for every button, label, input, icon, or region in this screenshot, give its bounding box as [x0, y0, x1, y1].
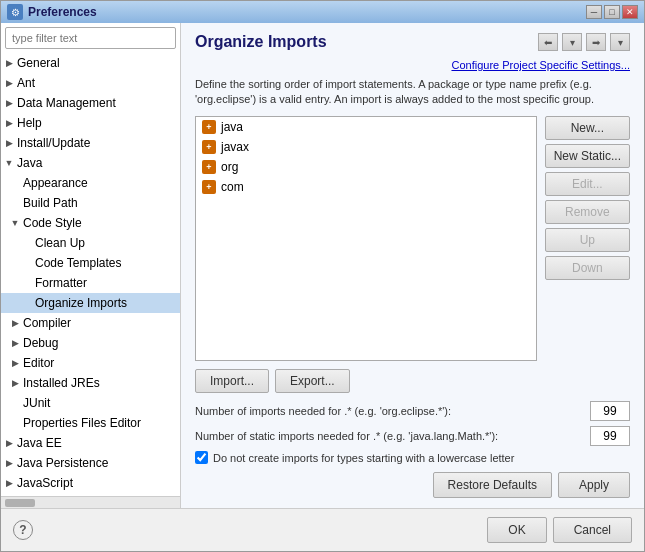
- title-bar: ⚙ Preferences ─ □ ✕: [1, 1, 644, 23]
- import-item-javax[interactable]: +javax: [196, 137, 536, 157]
- tree-arrow-junit: [9, 397, 21, 409]
- import-item-com[interactable]: +com: [196, 177, 536, 197]
- export-button[interactable]: Export...: [275, 369, 350, 393]
- ok-button[interactable]: OK: [487, 517, 546, 543]
- tree-arrow-java: [3, 157, 15, 169]
- tree-label-general: General: [15, 56, 60, 70]
- new-static-button[interactable]: New Static...: [545, 144, 630, 168]
- remove-button[interactable]: Remove: [545, 200, 630, 224]
- tree-arrow-java-persistence: [3, 457, 15, 469]
- import-button[interactable]: Import...: [195, 369, 269, 393]
- bottom-action-buttons: OK Cancel: [487, 517, 632, 543]
- apply-button[interactable]: Apply: [558, 472, 630, 498]
- tree-label-java-ee: Java EE: [15, 436, 62, 450]
- tree-item-java-persistence[interactable]: Java Persistence: [1, 453, 180, 473]
- right-panel: Organize Imports ⬅ ▾ ➡ ▾ Configure Proje…: [181, 23, 644, 508]
- minimize-button[interactable]: ─: [586, 5, 602, 19]
- tree-arrow-code-templates: [21, 257, 33, 269]
- cancel-button[interactable]: Cancel: [553, 517, 632, 543]
- header-icons: ⬅ ▾ ➡ ▾: [538, 33, 630, 51]
- forward-button[interactable]: ➡: [586, 33, 606, 51]
- tree-item-debug[interactable]: Debug: [1, 333, 180, 353]
- back-button[interactable]: ⬅: [538, 33, 558, 51]
- tree-item-general[interactable]: General: [1, 53, 180, 73]
- tree-arrow-data-management: [3, 97, 15, 109]
- import-icon-com: +: [202, 180, 216, 194]
- import-label-com: com: [221, 180, 244, 194]
- tree-arrow-help: [3, 117, 15, 129]
- maximize-button[interactable]: □: [604, 5, 620, 19]
- back-dropdown[interactable]: ▾: [562, 33, 582, 51]
- imports-needed-label: Number of imports needed for .* (e.g. 'o…: [195, 405, 590, 417]
- filter-input[interactable]: [5, 27, 176, 49]
- tree-item-build-path[interactable]: Build Path: [1, 193, 180, 213]
- tree-arrow-install-update: [3, 137, 15, 149]
- tree-item-data-management[interactable]: Data Management: [1, 93, 180, 113]
- import-item-java[interactable]: +java: [196, 117, 536, 137]
- tree-arrow-debug: [9, 337, 21, 349]
- horizontal-scrollbar[interactable]: [1, 496, 180, 508]
- help-icon[interactable]: ?: [13, 520, 33, 540]
- tree-item-help[interactable]: Help: [1, 113, 180, 133]
- tree-arrow-code-style: [9, 217, 21, 229]
- import-icon-org: +: [202, 160, 216, 174]
- tree-item-compiler[interactable]: Compiler: [1, 313, 180, 333]
- tree-arrow-ant: [3, 77, 15, 89]
- restore-defaults-button[interactable]: Restore Defaults: [433, 472, 552, 498]
- tree-item-formatter[interactable]: Formatter: [1, 273, 180, 293]
- scroll-thumb[interactable]: [5, 499, 35, 507]
- import-label-javax: javax: [221, 140, 249, 154]
- tree-label-junit: JUnit: [21, 396, 50, 410]
- tree-label-data-management: Data Management: [15, 96, 116, 110]
- left-panel: GeneralAntData ManagementHelpInstall/Upd…: [1, 23, 181, 508]
- import-item-org[interactable]: +org: [196, 157, 536, 177]
- imports-list: +java+javax+org+com: [195, 116, 537, 361]
- import-icon-javax: +: [202, 140, 216, 154]
- tree-label-editor: Editor: [21, 356, 54, 370]
- panel-header: Organize Imports ⬅ ▾ ➡ ▾: [195, 33, 630, 51]
- up-button[interactable]: Up: [545, 228, 630, 252]
- tree-item-appearance[interactable]: Appearance: [1, 173, 180, 193]
- static-imports-value[interactable]: [590, 426, 630, 446]
- tree-item-properties-files-editor[interactable]: Properties Files Editor: [1, 413, 180, 433]
- tree-label-properties-files-editor: Properties Files Editor: [21, 416, 141, 430]
- close-button[interactable]: ✕: [622, 5, 638, 19]
- tree-arrow-java-ee: [3, 437, 15, 449]
- tree-arrow-installed-jres: [9, 377, 21, 389]
- tree-item-install-update[interactable]: Install/Update: [1, 133, 180, 153]
- tree-label-java: Java: [15, 156, 42, 170]
- window-icon: ⚙: [7, 4, 23, 20]
- down-button[interactable]: Down: [545, 256, 630, 280]
- tree-label-help: Help: [15, 116, 42, 130]
- configure-project-link[interactable]: Configure Project Specific Settings...: [195, 59, 630, 71]
- lowercase-checkbox-row: Do not create imports for types starting…: [195, 451, 630, 464]
- tree-item-code-templates[interactable]: Code Templates: [1, 253, 180, 273]
- tree-item-code-style[interactable]: Code Style: [1, 213, 180, 233]
- tree-item-junit[interactable]: JUnit: [1, 393, 180, 413]
- tree-item-installed-jres[interactable]: Installed JREs: [1, 373, 180, 393]
- tree-item-clean-up[interactable]: Clean Up: [1, 233, 180, 253]
- panel-title: Organize Imports: [195, 33, 327, 51]
- tree-arrow-general: [3, 57, 15, 69]
- forward-dropdown[interactable]: ▾: [610, 33, 630, 51]
- imports-needed-row: Number of imports needed for .* (e.g. 'o…: [195, 401, 630, 421]
- tree-label-installed-jres: Installed JREs: [21, 376, 100, 390]
- tree-item-java-ee[interactable]: Java EE: [1, 433, 180, 453]
- imports-needed-value[interactable]: [590, 401, 630, 421]
- tree-item-ant[interactable]: Ant: [1, 73, 180, 93]
- tree-arrow-formatter: [21, 277, 33, 289]
- bottom-bar: ? OK Cancel: [1, 508, 644, 551]
- tree-arrow-javascript: [3, 477, 15, 489]
- tree-item-editor[interactable]: Editor: [1, 353, 180, 373]
- edit-button[interactable]: Edit...: [545, 172, 630, 196]
- tree-item-javascript[interactable]: JavaScript: [1, 473, 180, 493]
- tree-item-java[interactable]: Java: [1, 153, 180, 173]
- tree-label-ant: Ant: [15, 76, 35, 90]
- lowercase-checkbox[interactable]: [195, 451, 208, 464]
- tree-label-javascript: JavaScript: [15, 476, 73, 490]
- static-imports-row: Number of static imports needed for .* (…: [195, 426, 630, 446]
- new-button[interactable]: New...: [545, 116, 630, 140]
- tree-label-organize-imports: Organize Imports: [33, 296, 127, 310]
- tree-label-clean-up: Clean Up: [33, 236, 85, 250]
- tree-item-organize-imports[interactable]: Organize Imports: [1, 293, 180, 313]
